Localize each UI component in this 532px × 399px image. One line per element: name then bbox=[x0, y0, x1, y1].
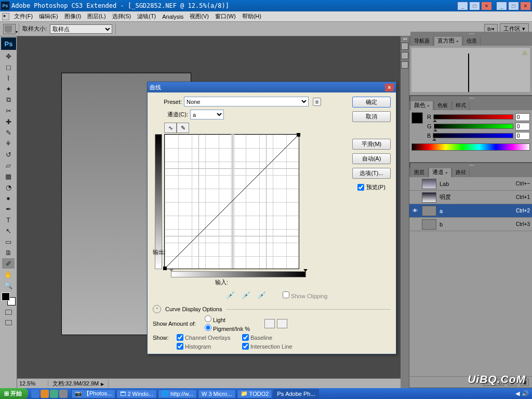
tab-channels[interactable]: 通道× bbox=[429, 167, 451, 177]
eraser-tool[interactable]: ▱ bbox=[2, 160, 15, 170]
preset-menu-icon[interactable]: ≡ bbox=[313, 98, 321, 106]
b-slider[interactable] bbox=[433, 133, 513, 138]
hand-tool[interactable]: ✋ bbox=[2, 269, 15, 280]
menu-help[interactable]: 帮助(H) bbox=[239, 11, 264, 21]
stamp-tool[interactable]: ⚘ bbox=[2, 138, 15, 149]
tab-color[interactable]: 颜色× bbox=[410, 100, 433, 110]
menu-select[interactable]: 选择(S) bbox=[109, 11, 135, 21]
color-swatch[interactable] bbox=[411, 112, 423, 124]
cdo-expand-icon[interactable]: ⌃ bbox=[153, 305, 161, 313]
cancel-button[interactable]: 取消 bbox=[352, 111, 391, 122]
cb-histogram[interactable] bbox=[177, 343, 183, 350]
dock-icon-1[interactable] bbox=[401, 43, 408, 50]
dock-strip[interactable]: ◂◂ bbox=[401, 36, 409, 388]
menu-file[interactable]: 文件(F) bbox=[11, 11, 36, 21]
tab-paths[interactable]: 路径 bbox=[452, 167, 470, 177]
ok-button[interactable]: 确定 bbox=[352, 97, 391, 108]
restore-button[interactable]: □ bbox=[469, 2, 480, 10]
channel-row-lightness[interactable]: 明度Ctrl+1 bbox=[409, 191, 532, 204]
tab-styles[interactable]: 样式 bbox=[452, 100, 470, 110]
cache-warning-icon[interactable] bbox=[522, 50, 528, 55]
b-value[interactable] bbox=[515, 132, 530, 140]
channel-row-b[interactable]: bCtrl+3 bbox=[409, 218, 532, 231]
cb-overlays[interactable] bbox=[177, 334, 183, 341]
sample-size-select[interactable]: 取样点 bbox=[50, 24, 112, 34]
marquee-tool[interactable]: ◻ bbox=[2, 62, 15, 72]
tab-swatches[interactable]: 色板 bbox=[434, 100, 451, 110]
zoom-tool[interactable]: 🔍 bbox=[2, 280, 15, 290]
color-swatches[interactable] bbox=[2, 292, 16, 305]
menu-image[interactable]: 图像(I) bbox=[61, 11, 84, 21]
dock-icon-3[interactable] bbox=[401, 61, 408, 69]
r-slider[interactable] bbox=[433, 114, 513, 119]
gray-point-dropper[interactable]: 💉 bbox=[241, 290, 250, 300]
doc-minimize-button[interactable]: _ bbox=[496, 2, 507, 10]
shape-tool[interactable]: ▭ bbox=[2, 236, 15, 247]
curve-point-highlight[interactable] bbox=[297, 133, 300, 137]
tab-info[interactable]: 信息 bbox=[463, 36, 481, 46]
tab-navigator[interactable]: 导航器 bbox=[410, 36, 433, 46]
preset-select[interactable]: None bbox=[184, 97, 309, 107]
menu-analysis[interactable]: Analysis bbox=[159, 12, 187, 21]
ql-firefox-icon[interactable] bbox=[41, 390, 49, 398]
black-point-dropper[interactable]: 💉 bbox=[225, 290, 235, 300]
show-clipping-checkbox[interactable] bbox=[283, 291, 289, 298]
menu-filter[interactable]: 滤镜(T) bbox=[134, 11, 159, 21]
tab-histogram[interactable]: 直方图× bbox=[434, 35, 462, 46]
app-scroll-icon[interactable] bbox=[2, 13, 9, 20]
ql-app-icon[interactable] bbox=[59, 390, 68, 398]
channel-row-a[interactable]: 👁aCtrl+2 bbox=[409, 204, 532, 218]
ql-desktop-icon[interactable] bbox=[50, 390, 58, 398]
task-4[interactable]: W3 Micro... bbox=[198, 389, 236, 398]
smooth-button[interactable]: 平滑(M) bbox=[352, 139, 391, 150]
gradient-tool[interactable]: ▦ bbox=[2, 171, 15, 181]
zoom-level[interactable]: 12.5% bbox=[17, 380, 48, 387]
channel-select[interactable]: a bbox=[190, 110, 224, 119]
dialog-close-icon[interactable]: × bbox=[385, 84, 394, 91]
doc-close-button[interactable]: × bbox=[520, 2, 531, 10]
dock-icon-2[interactable] bbox=[401, 52, 408, 59]
minimize-button[interactable]: _ bbox=[457, 2, 468, 10]
task-1[interactable]: 📷【Photos... bbox=[71, 389, 115, 398]
wand-tool[interactable]: ✦ bbox=[2, 84, 15, 94]
dialog-titlebar[interactable]: 曲线 × bbox=[148, 82, 396, 92]
radio-pigment[interactable] bbox=[205, 324, 211, 331]
dodge-tool[interactable]: ● bbox=[2, 193, 15, 203]
color-ramp[interactable] bbox=[411, 143, 530, 151]
radio-light[interactable] bbox=[205, 315, 211, 322]
close-button[interactable]: × bbox=[481, 2, 492, 10]
grid-detailed-icon[interactable] bbox=[277, 319, 287, 328]
cb-baseline[interactable] bbox=[242, 334, 249, 341]
curve-draw-tool[interactable]: ✎ bbox=[177, 123, 189, 133]
task-5[interactable]: 📁TODO2 bbox=[237, 389, 273, 398]
doc-info[interactable]: 文档:32.9M/32.9M▶ bbox=[48, 380, 109, 388]
lasso-tool[interactable]: ⌇ bbox=[2, 73, 15, 83]
quickmask-standard[interactable] bbox=[2, 308, 15, 317]
crop-tool[interactable]: ⧉ bbox=[2, 95, 15, 105]
options-button[interactable]: 选项(T)... bbox=[352, 168, 391, 179]
r-value[interactable] bbox=[515, 113, 530, 121]
tab-layers[interactable]: 图层 bbox=[410, 167, 428, 177]
doc-restore-button[interactable]: □ bbox=[508, 2, 519, 10]
eyedropper-tool[interactable]: ✐ bbox=[2, 258, 15, 269]
curve-point-tool[interactable]: ∿ bbox=[164, 123, 177, 133]
eye-icon[interactable]: 👁 bbox=[411, 208, 419, 214]
menu-view[interactable]: 视图(V) bbox=[187, 11, 212, 21]
menu-layer[interactable]: 图层(L) bbox=[84, 11, 109, 21]
blur-tool[interactable]: ◔ bbox=[2, 182, 15, 192]
brush-tool[interactable]: ✎ bbox=[2, 127, 15, 138]
task-3[interactable]: 🌐http://w... bbox=[158, 389, 197, 398]
curve-point-shadow[interactable] bbox=[163, 267, 167, 270]
channel-row-lab[interactable]: LabCtrl+~ bbox=[409, 177, 532, 191]
g-slider[interactable] bbox=[434, 124, 513, 129]
move-tool[interactable]: ✥ bbox=[2, 51, 15, 61]
history-brush-tool[interactable]: ↺ bbox=[2, 149, 15, 159]
task-6[interactable]: PsAdobe Ph... bbox=[273, 389, 318, 398]
preview-checkbox[interactable] bbox=[357, 184, 364, 191]
tool-preset-picker[interactable] bbox=[3, 24, 16, 34]
pen-tool[interactable]: ✒ bbox=[2, 204, 15, 214]
curve-grid[interactable] bbox=[164, 134, 299, 269]
notes-tool[interactable]: 🗎 bbox=[2, 247, 15, 258]
g-value[interactable] bbox=[515, 123, 530, 130]
task-2[interactable]: 🗔2 Windo... bbox=[116, 389, 157, 398]
